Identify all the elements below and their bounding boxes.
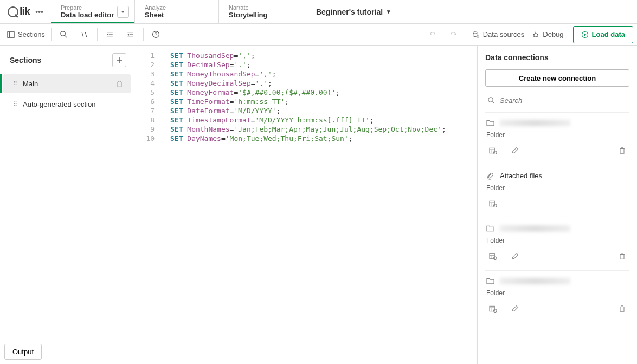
- connection-name: [500, 225, 570, 232]
- sections-panel: Sections ⠿ Main ⠿ Auto-generated section: [0, 46, 134, 364]
- connection-actions: [485, 194, 629, 213]
- clip-icon: [486, 172, 494, 180]
- help-icon: ?: [152, 30, 160, 38]
- code-editor[interactable]: 12345678910 SET ThousandSep=',';SET Deci…: [134, 46, 477, 364]
- connection-type: Folder: [485, 235, 629, 246]
- connection-name: [500, 120, 570, 126]
- svg-line-26: [492, 101, 494, 103]
- search-button[interactable]: [54, 27, 74, 43]
- output-button[interactable]: Output: [4, 344, 42, 360]
- load-data-button[interactable]: Load data: [573, 26, 633, 43]
- svg-point-34: [493, 204, 497, 207]
- select-data-button[interactable]: [485, 196, 500, 211]
- comment-button[interactable]: [75, 27, 94, 43]
- svg-point-42: [493, 309, 497, 313]
- outdent-button[interactable]: [121, 27, 140, 43]
- connection-type: Folder: [485, 182, 629, 194]
- redo-button[interactable]: [443, 27, 463, 43]
- tab-prepare-main: Data load editor: [61, 11, 125, 19]
- more-icon[interactable]: •••: [35, 8, 43, 16]
- edit-connection-button[interactable]: [507, 301, 523, 316]
- add-section-button[interactable]: [112, 53, 126, 67]
- panel-icon: [7, 31, 15, 38]
- select-data-button[interactable]: [485, 249, 500, 264]
- undo-icon: [428, 31, 437, 38]
- delete-section-button[interactable]: [116, 80, 123, 88]
- search-icon: [487, 96, 496, 105]
- connection-actions: [485, 246, 629, 266]
- tab-analyze-sup: Analyze: [145, 4, 209, 11]
- connection-header[interactable]: [485, 275, 629, 287]
- svg-rect-0: [8, 31, 14, 37]
- redo-icon: [449, 31, 458, 38]
- debug-button[interactable]: Debug: [529, 27, 567, 43]
- connections-title: Data connections: [485, 53, 629, 62]
- drag-handle-icon[interactable]: ⠿: [13, 101, 16, 108]
- section-label: Auto-generated section: [23, 100, 95, 108]
- indent-icon: [106, 31, 114, 38]
- connection-actions: [485, 299, 629, 318]
- debug-icon: [532, 31, 539, 38]
- edit-connection-button[interactable]: [507, 143, 523, 158]
- svg-text:?: ?: [155, 31, 158, 37]
- connection-name: [500, 278, 570, 284]
- delete-connection-button[interactable]: [614, 249, 629, 264]
- edit-connection-button[interactable]: [507, 249, 523, 264]
- svg-line-5: [86, 32, 87, 37]
- line-gutter: 12345678910: [134, 46, 160, 364]
- delete-connection-button[interactable]: [614, 301, 629, 316]
- connection-header[interactable]: [485, 117, 629, 129]
- data-sources-button[interactable]: Data sources: [469, 27, 528, 43]
- drag-handle-icon[interactable]: ⠿: [13, 80, 16, 87]
- connection-type: Folder: [485, 287, 629, 299]
- toolbar: Sections ? Data sources Debug Load data: [0, 24, 637, 46]
- svg-point-30: [493, 151, 497, 154]
- svg-line-21: [537, 36, 538, 36]
- code-body[interactable]: SET ThousandSep=',';SET DecimalSep='.';S…: [160, 46, 446, 364]
- svg-line-20: [533, 36, 535, 36]
- folder-icon: [486, 277, 494, 285]
- top-nav: lik ••• Prepare Data load editor ▾ Analy…: [0, 0, 637, 24]
- svg-point-14: [473, 31, 477, 34]
- section-item[interactable]: ⠿ Main: [3, 74, 131, 93]
- svg-line-4: [82, 32, 84, 37]
- connections-search[interactable]: [485, 93, 629, 108]
- tab-narrate[interactable]: Narrate Storytelling: [219, 0, 303, 23]
- search-input[interactable]: [500, 96, 627, 105]
- svg-point-15: [477, 35, 479, 37]
- logo: lik: [8, 5, 30, 18]
- help-button[interactable]: ?: [146, 27, 166, 43]
- indent-button[interactable]: [100, 27, 120, 43]
- svg-point-38: [493, 257, 497, 260]
- folder-icon: [486, 225, 494, 232]
- tab-prepare[interactable]: Prepare Data load editor ▾: [51, 0, 135, 23]
- data-sources-icon: [472, 31, 480, 38]
- search-icon: [60, 30, 68, 38]
- undo-button[interactable]: [423, 27, 442, 43]
- svg-point-25: [488, 98, 493, 102]
- folder-icon: [486, 119, 494, 127]
- connection-item: Folder: [485, 112, 629, 165]
- connection-type: Folder: [485, 129, 629, 141]
- connection-header[interactable]: Attached files: [485, 170, 629, 182]
- app-title[interactable]: Beginner's tutorial ▾: [303, 0, 403, 23]
- sections-header: Sections: [0, 46, 134, 73]
- connection-actions: [485, 141, 629, 160]
- delete-connection-button[interactable]: [614, 143, 629, 158]
- play-icon: [581, 31, 589, 38]
- comment-icon: [80, 31, 88, 38]
- section-item[interactable]: ⠿ Auto-generated section: [3, 95, 131, 114]
- select-data-button[interactable]: [485, 301, 500, 316]
- sections-toggle[interactable]: Sections: [4, 27, 48, 43]
- svg-point-2: [61, 31, 65, 36]
- data-connections-panel: Data connections Create new connection F…: [477, 46, 637, 364]
- tab-analyze[interactable]: Analyze Sheet: [135, 0, 219, 23]
- section-label: Main: [23, 80, 38, 88]
- create-connection-button[interactable]: Create new connection: [485, 69, 629, 87]
- outdent-icon: [126, 31, 134, 38]
- connection-item: Folder: [485, 270, 629, 323]
- select-data-button[interactable]: [485, 143, 500, 158]
- connection-header[interactable]: [485, 223, 629, 235]
- chevron-down-icon[interactable]: ▾: [117, 6, 129, 18]
- tab-narrate-main: Storytelling: [229, 11, 293, 19]
